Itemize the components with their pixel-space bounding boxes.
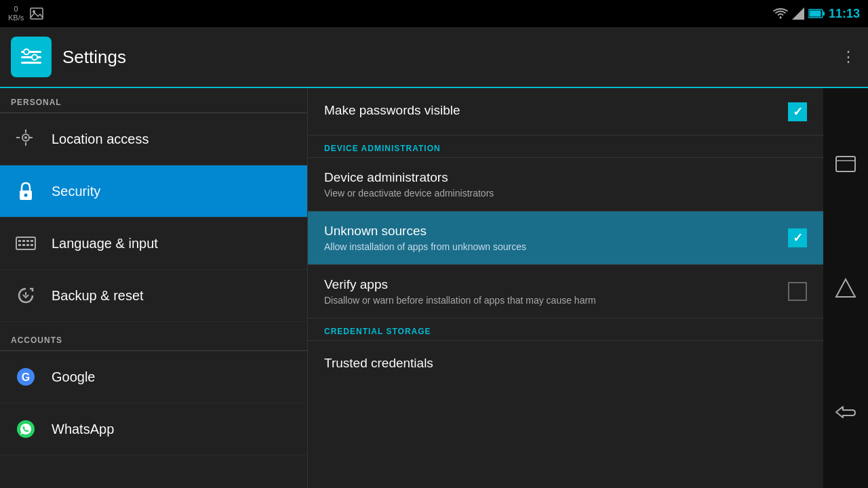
section-header-accounts: ACCOUNTS <box>0 326 307 350</box>
unknown-sources-checkbox[interactable] <box>788 228 807 247</box>
svg-point-11 <box>32 55 37 60</box>
home-icon <box>835 278 856 298</box>
sidebar-item-label-backup: Backup & reset <box>52 288 144 304</box>
image-status-icon <box>29 6 44 21</box>
sidebar-item-language-input[interactable]: Language & input <box>0 218 307 270</box>
google-icon: G <box>14 365 38 389</box>
nav-bar <box>823 88 868 488</box>
battery-icon <box>808 9 825 18</box>
sidebar-item-label-language: Language & input <box>52 236 158 251</box>
svg-point-19 <box>24 194 28 197</box>
unknown-sources-title: Unknown sources <box>324 224 788 239</box>
device-admins-subtitle: View or deactivate device administrators <box>324 188 807 199</box>
content-item-passwords-visible[interactable]: Make passwords visible <box>308 88 823 136</box>
verify-apps-subtitle: Disallow or warn before installation of … <box>324 295 788 306</box>
keyboard-icon <box>14 231 38 256</box>
svg-text:G: G <box>22 371 30 383</box>
unknown-sources-subtitle: Allow installation of apps from unknown … <box>324 241 788 252</box>
svg-rect-24 <box>31 240 33 242</box>
section-header-personal: PERSONAL <box>0 88 307 113</box>
status-time: 11:13 <box>829 7 860 21</box>
back-button[interactable] <box>830 396 861 428</box>
svg-point-13 <box>24 136 27 139</box>
settings-app-icon <box>11 37 52 77</box>
svg-point-10 <box>24 49 29 55</box>
svg-rect-6 <box>809 11 821 17</box>
svg-rect-22 <box>22 240 25 242</box>
sidebar-item-label-security: Security <box>52 184 100 199</box>
sidebar: PERSONAL Location access <box>0 88 308 488</box>
sidebar-item-whatsapp[interactable]: WhatsApp <box>0 403 307 455</box>
trusted-credentials-title: Trusted credentials <box>324 356 807 371</box>
whatsapp-icon <box>14 417 38 441</box>
section-label-device-admin: DEVICE ADMINISTRATION <box>308 136 823 158</box>
verify-apps-text: Verify apps Disallow or warn before inst… <box>324 277 788 306</box>
svg-rect-23 <box>26 240 29 242</box>
settings-icon <box>18 44 44 70</box>
unknown-sources-text: Unknown sources Allow installation of ap… <box>324 224 788 252</box>
home-button[interactable] <box>830 272 861 304</box>
content-area: Make passwords visible DEVICE ADMINISTRA… <box>308 88 823 488</box>
app-bar: Settings ⋮ <box>0 27 868 88</box>
status-right: 11:13 <box>773 7 860 21</box>
recent-apps-button[interactable] <box>830 148 861 180</box>
sidebar-item-label-google: Google <box>52 369 96 385</box>
svg-rect-9 <box>21 62 41 64</box>
svg-marker-35 <box>836 279 855 297</box>
content-item-device-administrators[interactable]: Device administrators View or deactivate… <box>308 158 823 211</box>
overflow-menu-button[interactable]: ⋮ <box>841 48 857 66</box>
passwords-visible-text: Make passwords visible <box>324 103 788 121</box>
passwords-visible-checkbox[interactable] <box>788 102 807 121</box>
status-bar: 0KB/s 11:13 <box>0 0 868 27</box>
content-item-verify-apps[interactable]: Verify apps Disallow or warn before inst… <box>308 265 823 319</box>
svg-marker-3 <box>792 7 804 20</box>
content-item-unknown-sources[interactable]: Unknown sources Allow installation of ap… <box>308 211 823 265</box>
svg-rect-33 <box>836 157 855 171</box>
status-left: 0KB/s <box>8 5 44 22</box>
lock-icon <box>14 179 38 203</box>
location-icon <box>14 127 38 151</box>
sidebar-item-google[interactable]: G Google <box>0 351 307 403</box>
verify-apps-checkbox[interactable] <box>788 282 807 301</box>
device-admins-text: Device administrators View or deactivate… <box>324 170 807 199</box>
svg-rect-20 <box>16 237 35 249</box>
svg-rect-5 <box>823 12 825 16</box>
signal-icon <box>792 7 804 20</box>
svg-rect-21 <box>18 240 21 242</box>
sidebar-item-security[interactable]: Security <box>0 165 307 218</box>
section-label-credential-storage: CREDENTIAL STORAGE <box>308 319 823 341</box>
svg-rect-26 <box>22 244 25 246</box>
svg-rect-0 <box>31 8 43 19</box>
svg-rect-25 <box>18 244 21 246</box>
device-admins-title: Device administrators <box>324 170 807 185</box>
main-layout: PERSONAL Location access <box>0 88 868 488</box>
sidebar-item-label-location: Location access <box>52 131 149 147</box>
app-title: Settings <box>62 47 126 68</box>
passwords-visible-title: Make passwords visible <box>324 103 788 118</box>
content-item-trusted-credentials[interactable]: Trusted credentials <box>308 341 823 388</box>
verify-apps-title: Verify apps <box>324 277 788 292</box>
svg-rect-27 <box>26 244 29 246</box>
wifi-icon <box>773 7 788 20</box>
svg-rect-28 <box>31 244 33 246</box>
back-icon <box>833 404 858 420</box>
svg-point-2 <box>779 17 781 19</box>
recent-apps-icon <box>833 154 858 174</box>
sidebar-item-location-access[interactable]: Location access <box>0 113 307 165</box>
kb-label: 0KB/s <box>8 5 24 22</box>
backup-icon <box>14 283 38 308</box>
sidebar-item-backup-reset[interactable]: Backup & reset <box>0 270 307 322</box>
trusted-credentials-text: Trusted credentials <box>324 356 807 373</box>
sidebar-item-label-whatsapp: WhatsApp <box>52 422 114 437</box>
